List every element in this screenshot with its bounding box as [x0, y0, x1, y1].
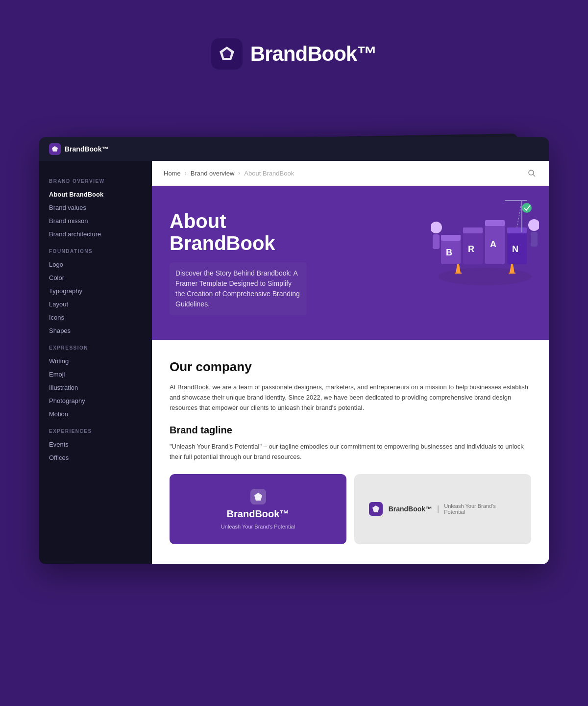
- front-breadcrumb-sep2: ›: [238, 170, 240, 176]
- front-hero-desc: Discover the Story Behind Brandbook: A F…: [170, 262, 307, 315]
- tagline-card-gray: BrandBook™ | Unleash Your Brand's Potent…: [354, 474, 531, 544]
- svg-rect-31: [433, 234, 440, 249]
- tagline-cards: BrandBook™ Unleash Your Brand's Potentia…: [170, 474, 531, 544]
- svg-point-30: [431, 222, 442, 233]
- sidebar-item-writing[interactable]: Writing: [39, 354, 152, 368]
- front-window-logo: BrandBook™: [49, 143, 108, 155]
- svg-point-38: [439, 268, 532, 285]
- gray-card-icon: [369, 502, 383, 516]
- front-hero: About BrandBook Discover the Story Behin…: [152, 186, 549, 340]
- company-text: At BrandBook, we are a team of passionat…: [170, 382, 531, 413]
- svg-marker-44: [372, 505, 379, 512]
- svg-rect-33: [531, 232, 538, 247]
- gray-card-tagline: Unleash Your Brand's Potential: [444, 503, 516, 515]
- gray-card-sep: |: [437, 504, 439, 513]
- company-title: Our company: [170, 359, 531, 375]
- hero-section: BrandBook™: [0, 0, 588, 108]
- svg-rect-19: [441, 235, 461, 241]
- svg-line-17: [533, 175, 535, 176]
- front-breadcrumb: Home › Brand overview › About BrandBook: [152, 161, 549, 186]
- front-window-icon: [49, 143, 61, 155]
- front-main-panel: Home › Brand overview › About BrandBook: [152, 161, 549, 564]
- sidebar-item-illustration[interactable]: Illustration: [39, 381, 152, 394]
- tagline-title: Brand tagline: [170, 425, 531, 436]
- front-breadcrumb-section[interactable]: Brand overview: [191, 170, 235, 177]
- svg-point-37: [522, 203, 532, 213]
- front-sidebar: BRAND OVERVIEW About BrandBook Brand val…: [39, 161, 152, 564]
- gray-card-text-block: BrandBook™ | Unleash Your Brand's Potent…: [389, 503, 516, 515]
- front-content: Our company At BrandBook, we are a team …: [152, 340, 549, 564]
- front-window-brand: BrandBook™: [65, 145, 108, 153]
- sidebar-item-shapes[interactable]: Shapes: [39, 324, 152, 337]
- sidebar-item-photography[interactable]: Photography: [39, 394, 152, 407]
- svg-text:A: A: [490, 239, 496, 249]
- front-hero-title: About BrandBook: [170, 210, 326, 254]
- sidebar-item-architecture[interactable]: Brand architecture: [39, 227, 152, 241]
- purple-card-icon: [250, 489, 266, 504]
- sidebar-item-layout[interactable]: Layout: [39, 298, 152, 311]
- svg-rect-25: [485, 220, 505, 226]
- svg-text:B: B: [446, 248, 452, 257]
- sidebar-item-mission[interactable]: Brand misson: [39, 214, 152, 227]
- hero-logo-icon: [211, 38, 243, 70]
- front-expression-label: EXPRESSION: [39, 337, 152, 354]
- front-foundations-label: FOUNDATIONS: [39, 241, 152, 258]
- front-breadcrumb-sep1: ›: [185, 170, 187, 176]
- svg-point-32: [528, 219, 539, 231]
- tagline-card-purple: BrandBook™ Unleash Your Brand's Potentia…: [170, 474, 346, 544]
- svg-marker-43: [254, 493, 262, 501]
- sidebar-item-about[interactable]: About BrandBook: [39, 188, 152, 201]
- sidebar-item-motion[interactable]: Motion: [39, 407, 152, 421]
- svg-marker-39: [456, 264, 461, 273]
- svg-marker-15: [52, 146, 58, 151]
- sidebar-item-values[interactable]: Brand values: [39, 201, 152, 214]
- svg-rect-22: [463, 227, 483, 233]
- purple-card-tagline: Unleash Your Brand's Potential: [221, 524, 295, 530]
- hero-logo-text: BrandBook™: [250, 42, 377, 66]
- front-hero-text: About BrandBook Discover the Story Behin…: [170, 210, 326, 315]
- sidebar-item-icons[interactable]: Icons: [39, 311, 152, 324]
- front-window-layout: BRAND OVERVIEW About BrandBook Brand val…: [39, 161, 549, 564]
- gray-card-logo: BrandBook™: [389, 505, 432, 513]
- front-brand-overview-label: BRAND OVERVIEW: [39, 171, 152, 188]
- front-experiences-label: EXPERIENCES: [39, 421, 152, 438]
- sidebar-item-offices[interactable]: Offices: [39, 451, 152, 464]
- purple-card-logo: BrandBook™: [227, 508, 290, 520]
- front-hero-illustration: B R A N: [431, 191, 539, 299]
- hero-logo: BrandBook™: [211, 38, 377, 70]
- sidebar-item-color[interactable]: Color: [39, 271, 152, 284]
- tagline-text: "Unleash Your Brand's Potential" – our t…: [170, 442, 531, 462]
- sidebar-item-logo[interactable]: Logo: [39, 258, 152, 271]
- sidebar-item-emoji[interactable]: Emoji: [39, 368, 152, 381]
- svg-marker-41: [510, 264, 514, 273]
- svg-point-16: [529, 170, 534, 175]
- front-breadcrumb-home[interactable]: Home: [164, 170, 181, 177]
- front-window-titlebar: BrandBook™: [39, 137, 549, 161]
- front-window: BrandBook™ BRAND OVERVIEW About BrandBoo…: [39, 137, 549, 564]
- svg-rect-28: [507, 227, 527, 233]
- sidebar-item-events[interactable]: Events: [39, 438, 152, 451]
- front-search-icon[interactable]: [526, 168, 537, 178]
- svg-text:N: N: [512, 244, 518, 254]
- svg-text:R: R: [468, 244, 474, 254]
- svg-line-36: [517, 201, 522, 227]
- front-breadcrumb-current: About BrandBook: [244, 170, 294, 177]
- sidebar-item-typography[interactable]: Typography: [39, 284, 152, 298]
